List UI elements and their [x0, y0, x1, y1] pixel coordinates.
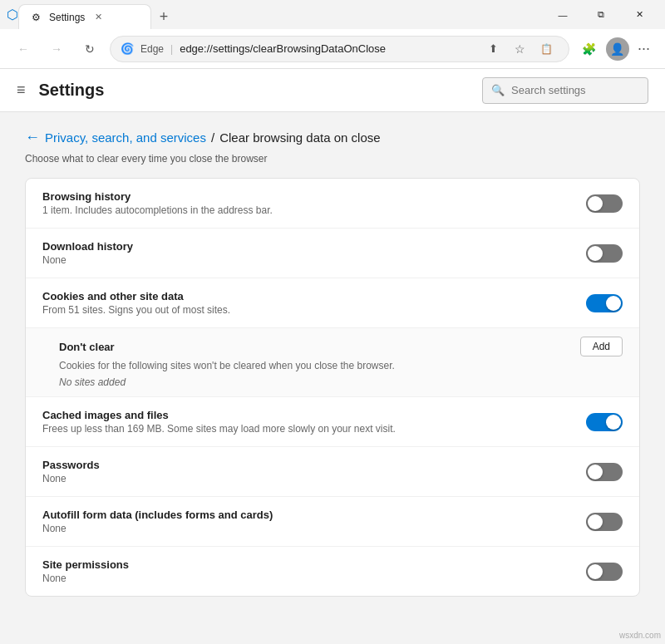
- minimize-button[interactable]: —: [544, 0, 582, 29]
- toggle-thumb: [588, 246, 603, 261]
- setting-row: Cookies and other site dataFrom 51 sites…: [26, 278, 639, 328]
- page-subtitle: Choose what to clear every time you clos…: [25, 153, 640, 165]
- breadcrumb-back-button[interactable]: ←: [25, 129, 40, 146]
- toggle-download-history[interactable]: [586, 244, 623, 263]
- dont-clear-description: Cookies for the following sites won't be…: [59, 360, 623, 371]
- setting-title: Browsing history: [42, 190, 573, 203]
- forward-button[interactable]: →: [43, 36, 70, 62]
- no-sites-label: No sites added: [59, 376, 623, 388]
- setting-row: Site permissionsNone: [26, 547, 639, 596]
- setting-description: None: [42, 573, 573, 584]
- setting-description: None: [42, 473, 573, 484]
- setting-row-content: Autofill form data (includes forms and c…: [42, 509, 573, 534]
- setting-row-content: Site permissionsNone: [42, 558, 573, 584]
- refresh-button[interactable]: ↻: [76, 36, 103, 62]
- setting-description: 1 item. Includes autocompletions in the …: [42, 204, 573, 216]
- titlebar-left: ⬡: [7, 7, 18, 22]
- breadcrumb-current-page: Clear browsing data on close: [219, 130, 380, 145]
- share-icon[interactable]: ⬆: [482, 37, 505, 61]
- settings-card: Browsing history1 item. Includes autocom…: [25, 178, 640, 597]
- search-settings-input[interactable]: [511, 84, 639, 96]
- maximize-button[interactable]: ⧉: [582, 0, 620, 29]
- setting-title: Site permissions: [42, 558, 573, 571]
- new-tab-button[interactable]: +: [151, 4, 176, 29]
- breadcrumb-separator: /: [211, 130, 214, 145]
- add-site-button[interactable]: Add: [580, 337, 623, 356]
- dont-clear-title: Don't clear: [59, 341, 115, 353]
- setting-description: None: [42, 523, 573, 534]
- toggle-thumb: [588, 564, 603, 579]
- setting-description: None: [42, 254, 573, 266]
- setting-row-content: Cookies and other site dataFrom 51 sites…: [42, 290, 573, 316]
- setting-title: Autofill form data (includes forms and c…: [42, 509, 573, 521]
- setting-row: Browsing history1 item. Includes autocom…: [26, 179, 639, 229]
- profile-avatar[interactable]: 👤: [606, 37, 629, 61]
- setting-row-content: Cached images and filesFrees up less tha…: [42, 409, 573, 435]
- toggle-browsing-history[interactable]: [586, 194, 623, 213]
- toggle-thumb: [588, 465, 603, 479]
- toggle-thumb: [588, 514, 603, 529]
- extensions-icon[interactable]: 🧩: [576, 36, 603, 62]
- menu-button[interactable]: ···: [633, 37, 655, 61]
- search-settings-icon: 🔍: [491, 84, 505, 96]
- settings-header: ≡ Settings 🔍: [0, 69, 665, 112]
- setting-row: Autofill form data (includes forms and c…: [26, 497, 639, 547]
- url-favicon-icon: 🌀: [121, 42, 134, 55]
- tab-label: Settings: [49, 12, 85, 23]
- url-separator: |: [170, 43, 173, 55]
- toggle-thumb: [588, 196, 603, 211]
- profile-icon: 👤: [610, 42, 624, 56]
- setting-title: Cached images and files: [42, 409, 573, 421]
- toggle-autofill[interactable]: [586, 513, 623, 531]
- setting-row: Cached images and filesFrees up less tha…: [26, 397, 639, 447]
- titlebar-controls: — ⧉ ✕: [544, 0, 658, 29]
- setting-title: Passwords: [42, 459, 573, 471]
- close-window-button[interactable]: ✕: [620, 0, 658, 29]
- setting-description: From 51 sites. Signs you out of most sit…: [42, 304, 573, 316]
- collections-icon[interactable]: 📋: [535, 37, 559, 61]
- toggle-cached-images[interactable]: [586, 413, 623, 431]
- url-text: edge://settings/clearBrowsingDataOnClose: [180, 42, 475, 55]
- back-button[interactable]: ←: [10, 36, 37, 62]
- setting-row: Download historyNone: [26, 229, 639, 278]
- hamburger-menu-button[interactable]: ≡: [17, 81, 26, 99]
- favorites-icon[interactable]: ☆: [509, 37, 532, 61]
- settings-tab[interactable]: ⚙ Settings ✕: [18, 4, 151, 29]
- addressbar: ← → ↻ 🌀 Edge | edge://settings/clearBrow…: [0, 29, 665, 69]
- settings-container: ≡ Settings 🔍 ← Privacy, search, and serv…: [0, 69, 665, 644]
- edge-label: Edge: [140, 43, 164, 55]
- setting-title: Cookies and other site data: [42, 290, 573, 302]
- watermark: wsxdn.com: [619, 631, 661, 640]
- tab-favicon-icon: ⚙: [29, 11, 42, 24]
- titlebar: ⬡ ⚙ Settings ✕ + — ⧉ ✕: [0, 0, 665, 29]
- setting-row-content: PasswordsNone: [42, 459, 573, 484]
- search-settings-bar[interactable]: 🔍: [482, 77, 648, 104]
- toggle-site-permissions[interactable]: [586, 563, 623, 581]
- setting-row-content: Download historyNone: [42, 240, 573, 266]
- url-action-icons: ⬆ ☆ 📋: [482, 37, 559, 61]
- breadcrumb: ← Privacy, search, and services / Clear …: [25, 129, 640, 146]
- browser-toolbar-icons: 🧩 👤 ···: [576, 36, 655, 62]
- dont-clear-header: Don't clearAdd: [59, 337, 623, 356]
- settings-title: Settings: [39, 81, 482, 100]
- url-bar[interactable]: 🌀 Edge | edge://settings/clearBrowsingDa…: [110, 36, 569, 62]
- setting-row-content: Browsing history1 item. Includes autocom…: [42, 190, 573, 216]
- setting-row: PasswordsNone: [26, 447, 639, 497]
- setting-title: Download history: [42, 240, 573, 253]
- breadcrumb-parent-link[interactable]: Privacy, search, and services: [45, 130, 206, 145]
- tab-area: ⚙ Settings ✕ +: [18, 0, 544, 29]
- main-content: ← Privacy, search, and services / Clear …: [0, 112, 665, 613]
- toggle-thumb: [606, 415, 621, 430]
- setting-description: Frees up less than 169 MB. Some sites ma…: [42, 423, 573, 435]
- toggle-cookies[interactable]: [586, 294, 623, 312]
- toggle-passwords[interactable]: [586, 463, 623, 481]
- dont-clear-section: Don't clearAddCookies for the following …: [26, 328, 639, 397]
- toggle-thumb: [606, 296, 621, 311]
- tab-close-button[interactable]: ✕: [91, 11, 105, 24]
- edge-logo-icon: ⬡: [7, 7, 18, 22]
